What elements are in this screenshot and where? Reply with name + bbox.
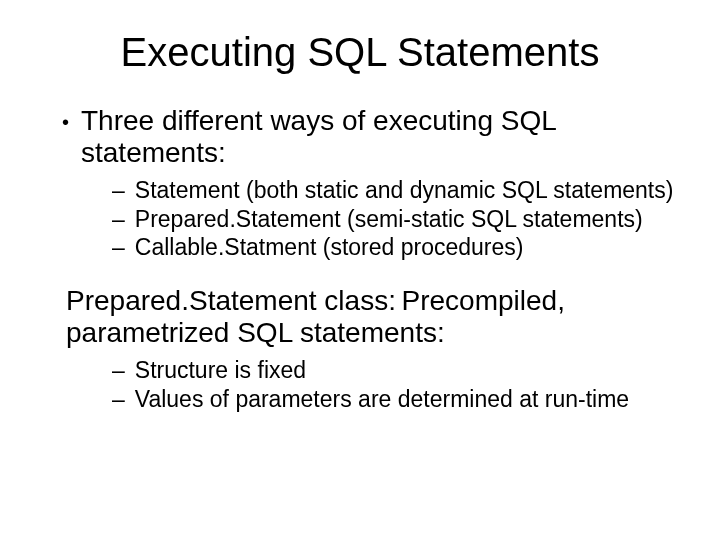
bullet-dash-icon: – [112,177,125,203]
slide-title: Executing SQL Statements [40,30,680,75]
bullet-text: Structure is fixed [135,357,306,383]
bullet-dot-icon: • [62,111,69,134]
bullet-level2: – Values of parameters are determined at… [112,386,680,412]
bullet-text: Statement (both static and dynamic SQL s… [135,177,674,203]
bullet-level2: – Prepared.Statement (semi-static SQL st… [112,206,680,232]
bullet-text: Callable.Statment (stored procedures) [135,234,524,260]
bullet-dash-icon: – [112,206,125,232]
bullet-dash-icon: – [112,386,125,412]
bullet-level2: – Statement (both static and dynamic SQL… [112,177,680,203]
bullet-text: Prepared.Statement (semi-static SQL stat… [135,206,643,232]
bullet-dash-icon: – [112,234,125,260]
bullet-text: Three different ways of executing SQL st… [81,105,680,169]
bullet-text: Values of parameters are determined at r… [135,386,629,412]
bullet-level2: – Structure is fixed [112,357,680,383]
bullet-dash-icon: – [112,357,125,383]
bullet-level1: • Three different ways of executing SQL … [62,105,680,169]
paragraph: Prepared.Statement class: Precompiled, p… [66,285,680,349]
slide: Executing SQL Statements • Three differe… [0,0,720,540]
paragraph-text: Prepared.Statement class: Precompiled, p… [66,285,565,348]
bullet-level2: – Callable.Statment (stored procedures) [112,234,680,260]
